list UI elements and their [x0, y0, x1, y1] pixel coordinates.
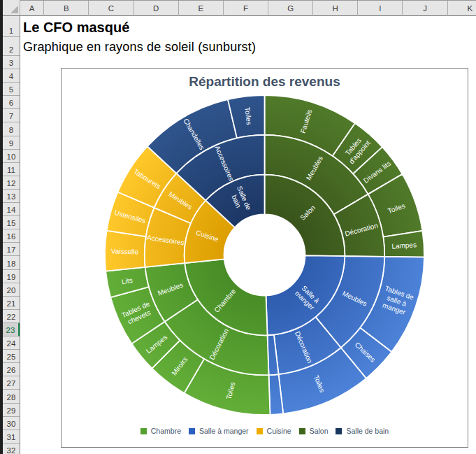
column-header-C[interactable]: C	[89, 1, 134, 16]
chart-legend: ChambreSalle à mangerCuisineSalonSalle d…	[62, 427, 468, 435]
legend-item-Cuisine[interactable]: Cuisine	[257, 427, 291, 435]
legend-label: Salle de bain	[346, 427, 389, 435]
row-header-24[interactable]: 24	[3, 336, 20, 350]
select-all-triangle-icon	[10, 6, 18, 13]
row-header-25[interactable]: 25	[3, 350, 20, 363]
legend-swatch	[299, 428, 305, 434]
column-header-K[interactable]: K	[448, 1, 476, 16]
row-header-31[interactable]: 31	[3, 430, 20, 444]
row-header-11[interactable]: 11	[3, 163, 20, 176]
row-header-5[interactable]: 5	[3, 83, 20, 96]
row-header-30[interactable]: 30	[3, 417, 20, 430]
row-header-21[interactable]: 21	[3, 297, 20, 310]
legend-item-Salon[interactable]: Salon	[299, 427, 329, 435]
row-headers: 1234567891011121314151617181920212223242…	[3, 16, 20, 454]
sunburst-chart[interactable]: FauteilsTablesd'appointDivans litsMeuble…	[62, 69, 468, 447]
legend-swatch	[336, 428, 342, 434]
row-header-16[interactable]: 16	[3, 229, 20, 243]
slice-label: Vaisselle	[111, 247, 139, 255]
row-header-22[interactable]: 22	[3, 310, 20, 323]
row-header-4[interactable]: 4	[3, 69, 20, 83]
row-header-10[interactable]: 10	[3, 150, 20, 163]
legend-swatch	[140, 428, 147, 434]
row-header-12[interactable]: 12	[3, 176, 20, 190]
column-header-J[interactable]: J	[403, 1, 448, 16]
row-header-15[interactable]: 15	[3, 216, 20, 229]
row-header-20[interactable]: 20	[3, 283, 20, 297]
select-all-corner[interactable]	[3, 0, 20, 15]
row-header-6[interactable]: 6	[3, 96, 20, 109]
excel-sheet: ABCDEFGHIJK 1234567891011121314151617181…	[0, 0, 476, 454]
row-header-26[interactable]: 26	[3, 363, 20, 376]
row-header-17[interactable]: 17	[3, 243, 20, 256]
row-header-14[interactable]: 14	[3, 203, 20, 216]
row-header-1[interactable]: 1	[3, 16, 20, 37]
cell-a2-text[interactable]: Graphique en rayons de soleil (sunburst)	[23, 38, 256, 55]
row-header-18[interactable]: 18	[3, 257, 20, 270]
row-header-8[interactable]: 8	[3, 123, 20, 136]
cell-a1-text[interactable]: Le CFO masqué	[23, 18, 129, 36]
column-header-A[interactable]: A	[20, 1, 44, 16]
legend-label: Salle à manger	[199, 427, 249, 435]
column-header-D[interactable]: D	[134, 1, 179, 16]
row-header-3[interactable]: 3	[3, 56, 20, 69]
row-header-19[interactable]: 19	[3, 270, 20, 283]
legend-label: Cuisine	[267, 427, 291, 435]
row-header-9[interactable]: 9	[3, 136, 20, 150]
column-headers: ABCDEFGHIJK	[3, 0, 476, 16]
column-header-F[interactable]: F	[224, 1, 268, 16]
row-header-28[interactable]: 28	[3, 390, 20, 404]
row-header-32[interactable]: 32	[3, 444, 20, 454]
column-header-B[interactable]: B	[44, 1, 89, 16]
legend-swatch	[257, 428, 263, 434]
column-header-G[interactable]: G	[268, 1, 313, 16]
row-header-29[interactable]: 29	[3, 404, 20, 417]
column-header-E[interactable]: E	[179, 1, 224, 16]
legend-label: Chambre	[151, 427, 181, 435]
row-header-7[interactable]: 7	[3, 109, 20, 122]
chart-frame[interactable]: Répartition des revenus FauteilsTablesd'…	[61, 68, 468, 448]
column-header-I[interactable]: I	[358, 1, 403, 16]
legend-item-Salle de bain[interactable]: Salle de bain	[336, 427, 389, 435]
legend-swatch	[189, 428, 195, 434]
legend-item-Salle à manger[interactable]: Salle à manger	[189, 427, 249, 435]
legend-label: Salon	[310, 427, 329, 435]
row-header-13[interactable]: 13	[3, 190, 20, 203]
row-header-27[interactable]: 27	[3, 376, 20, 390]
row-header-23[interactable]: 23	[3, 323, 20, 336]
row-header-2[interactable]: 2	[3, 37, 20, 56]
column-header-H[interactable]: H	[313, 1, 358, 16]
legend-item-Chambre[interactable]: Chambre	[140, 427, 181, 435]
